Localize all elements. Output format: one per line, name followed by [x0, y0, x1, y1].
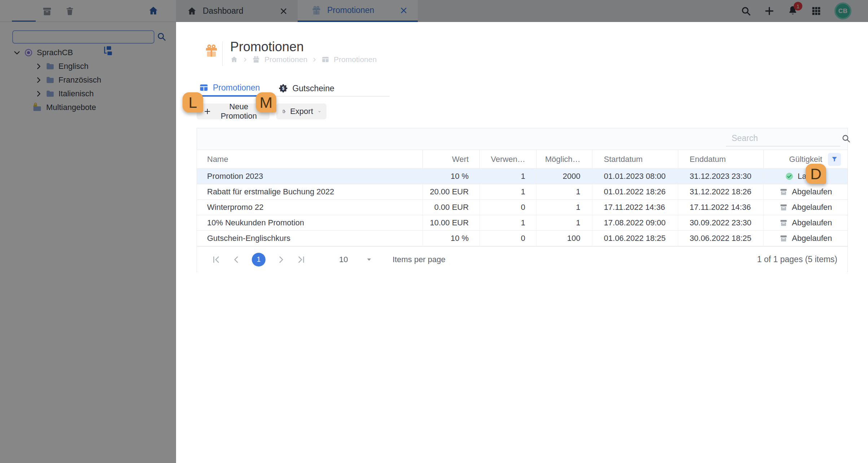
- tab-promotions[interactable]: Promotionen: [199, 80, 263, 97]
- page-title: Promotionen: [230, 39, 304, 54]
- column-header-enddatum[interactable]: Enddatum: [678, 150, 764, 168]
- hint-marker-l: L: [183, 92, 203, 113]
- tree-node-root[interactable]: SprachCB: [0, 46, 176, 59]
- hint-marker-d: D: [806, 164, 826, 184]
- sidebar-search-icon[interactable]: [157, 32, 166, 41]
- folder-icon: [45, 89, 55, 98]
- breadcrumb-item-current: Promotionen: [334, 55, 377, 64]
- sidebar-search-field[interactable]: [12, 30, 154, 44]
- cell-verwendungen: 0: [480, 200, 536, 215]
- tree-node-label[interactable]: SprachCB: [37, 48, 73, 57]
- sidebar-search-input[interactable]: [17, 31, 149, 43]
- archive-box-icon: [779, 188, 788, 196]
- tab-label: Gutscheine: [292, 84, 334, 93]
- screen: SprachCB Englisch Französisch: [0, 0, 868, 463]
- next-page-button[interactable]: [276, 255, 286, 264]
- chevron-right-icon[interactable]: [35, 90, 43, 98]
- gift-icon: [311, 5, 321, 16]
- export-button[interactable]: Export: [276, 103, 326, 119]
- cell-enddatum: 30.06.2022 18:25: [678, 231, 764, 246]
- table-search-input[interactable]: [726, 132, 841, 145]
- folder-icon: [45, 75, 55, 85]
- apps-grid-icon[interactable]: [811, 6, 821, 16]
- cell-startdatum: 01.06.2022 18:25: [592, 231, 678, 246]
- table-row[interactable]: 10% Neukunden Promotion 10.00 EUR 1 1 17…: [197, 215, 847, 231]
- tab-promotionen[interactable]: Promotionen: [298, 0, 418, 22]
- tab-vouchers[interactable]: $ Gutscheine: [279, 80, 334, 97]
- folder-lock-icon: [32, 102, 43, 113]
- column-header-gueltigkeit[interactable]: Gültigkeit: [764, 150, 847, 168]
- status-label: Abgelaufen: [792, 187, 832, 197]
- table-row[interactable]: Rabatt für erstmalige Buchung 2022 20.00…: [197, 184, 847, 200]
- page-size-value: 10: [339, 255, 348, 264]
- archive-box-icon: [779, 203, 788, 212]
- close-icon[interactable]: [400, 6, 408, 14]
- tree-node-italienisch[interactable]: Italienisch: [0, 87, 176, 101]
- table-row[interactable]: Gutschein-Englischkurs 10 % 0 100 01.06.…: [197, 231, 847, 246]
- cell-moeglich: 2000: [536, 169, 592, 184]
- table-icon: [321, 56, 329, 63]
- tree-node-label[interactable]: Französisch: [58, 75, 101, 85]
- cell-wert: 0.00 EUR: [423, 200, 480, 215]
- plus-icon[interactable]: [764, 6, 775, 16]
- search-icon[interactable]: [741, 6, 751, 16]
- cell-enddatum: 31.12.2023 23:30: [678, 169, 764, 184]
- tree-node-multiangebote[interactable]: Multiangebote: [0, 101, 176, 114]
- close-icon[interactable]: [280, 7, 288, 15]
- button-label: Export: [290, 107, 313, 116]
- sidebar-home-icon[interactable]: [148, 5, 159, 16]
- cell-name: Promotion 2023: [197, 169, 423, 184]
- sidebar-tree: SprachCB Englisch Französisch: [0, 46, 176, 114]
- table-row[interactable]: Winterpromo 22 0.00 EUR 0 1 17.11.2022 1…: [197, 200, 847, 215]
- notifications-button[interactable]: 1: [788, 5, 798, 17]
- main-content: Promotionen Promotionen Promotionen: [176, 22, 868, 463]
- last-page-button[interactable]: [297, 255, 306, 264]
- tab-label: Promotionen: [213, 83, 260, 93]
- cell-startdatum: 01.01.2023 08:00: [592, 169, 678, 184]
- chevron-down-icon: [318, 109, 321, 115]
- archive-box-icon[interactable]: [42, 6, 52, 16]
- svg-text:$: $: [282, 86, 285, 91]
- cell-gueltigkeit: Abgelaufen: [764, 231, 847, 246]
- page-gift-icon: [204, 44, 219, 58]
- breadcrumb-item[interactable]: Promotionen: [264, 55, 307, 64]
- avatar[interactable]: CB: [834, 3, 851, 19]
- chevron-right-icon[interactable]: [35, 62, 43, 70]
- table-search-field[interactable]: [726, 132, 840, 146]
- chevron-down-icon[interactable]: [13, 49, 21, 57]
- column-header-name[interactable]: Name: [197, 150, 423, 168]
- filter-button[interactable]: [828, 153, 841, 166]
- trash-icon[interactable]: [65, 6, 75, 16]
- tree-node-englisch[interactable]: Englisch: [0, 59, 176, 73]
- sidebar-toolbar: [0, 0, 176, 22]
- search-icon[interactable]: [841, 134, 851, 143]
- current-page-button[interactable]: 1: [252, 253, 266, 266]
- chevron-right-icon[interactable]: [35, 76, 43, 84]
- topbar: Dashboard Promotionen: [176, 0, 868, 22]
- cell-enddatum: 17.11.2022 14:36: [678, 200, 764, 215]
- cell-startdatum: 17.11.2022 14:36: [592, 200, 678, 215]
- table-row[interactable]: Promotion 2023 10 % 1 2000 01.01.2023 08…: [197, 169, 847, 184]
- previous-page-button[interactable]: [232, 255, 241, 264]
- column-header-startdatum[interactable]: Startdatum: [592, 150, 678, 168]
- plus-icon: [204, 107, 211, 116]
- check-circle-icon: [785, 172, 794, 181]
- cell-moeglich: 1: [536, 200, 592, 215]
- cell-wert: 20.00 EUR: [423, 184, 480, 199]
- first-page-button[interactable]: [211, 255, 221, 264]
- tab-dashboard[interactable]: Dashboard: [176, 0, 298, 22]
- column-header-verwendungen[interactable]: Verwen…: [480, 150, 536, 168]
- chevron-right-icon: [312, 57, 317, 62]
- home-icon[interactable]: [230, 56, 238, 63]
- tree-node-franzoesisch[interactable]: Französisch: [0, 73, 176, 87]
- status-label: Abgelaufen: [792, 218, 832, 228]
- tree-node-label[interactable]: Englisch: [58, 62, 88, 71]
- column-header-wert[interactable]: Wert: [423, 150, 480, 168]
- cell-name: Winterpromo 22: [197, 200, 423, 215]
- table-pagination: 1 10 Items per page 1 of 1 pages (5 item…: [197, 246, 847, 272]
- column-header-moeglich[interactable]: Möglich…: [536, 150, 592, 168]
- tree-node-label[interactable]: Multiangebote: [46, 103, 96, 112]
- tree-node-label[interactable]: Italienisch: [58, 89, 94, 98]
- page-size-select[interactable]: 10: [339, 255, 372, 264]
- breadcrumb: Promotionen Promotionen: [230, 55, 377, 64]
